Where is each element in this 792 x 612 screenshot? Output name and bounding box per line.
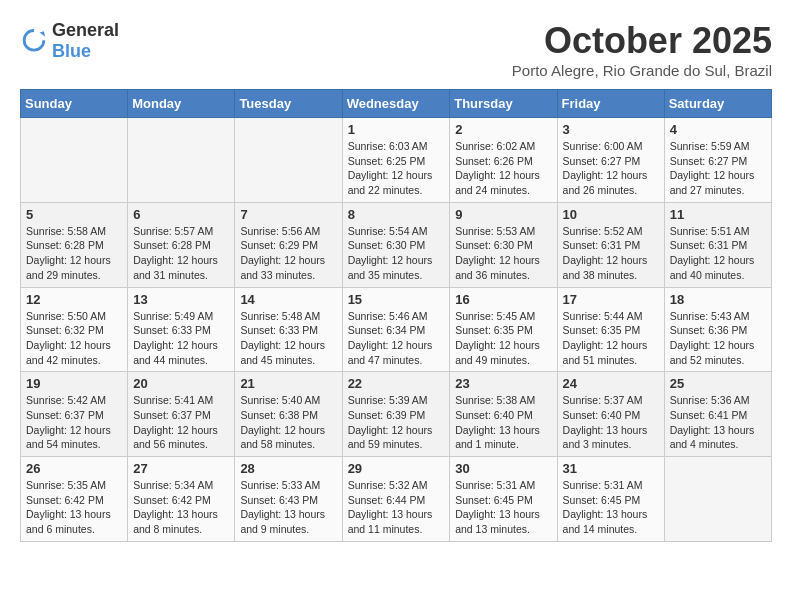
day-number: 4 — [670, 122, 766, 137]
day-number: 7 — [240, 207, 336, 222]
calendar-day-cell: 7Sunrise: 5:56 AM Sunset: 6:29 PM Daylig… — [235, 202, 342, 287]
day-number: 16 — [455, 292, 551, 307]
day-info: Sunrise: 5:34 AM Sunset: 6:42 PM Dayligh… — [133, 478, 229, 537]
day-number: 6 — [133, 207, 229, 222]
day-number: 3 — [563, 122, 659, 137]
calendar-day-cell: 22Sunrise: 5:39 AM Sunset: 6:39 PM Dayli… — [342, 372, 450, 457]
calendar-day-cell: 24Sunrise: 5:37 AM Sunset: 6:40 PM Dayli… — [557, 372, 664, 457]
page-header: General Blue October 2025 Porto Alegre, … — [20, 20, 772, 79]
calendar-day-cell: 18Sunrise: 5:43 AM Sunset: 6:36 PM Dayli… — [664, 287, 771, 372]
calendar-day-cell: 3Sunrise: 6:00 AM Sunset: 6:27 PM Daylig… — [557, 118, 664, 203]
calendar-empty-cell — [21, 118, 128, 203]
calendar-day-cell: 8Sunrise: 5:54 AM Sunset: 6:30 PM Daylig… — [342, 202, 450, 287]
day-number: 24 — [563, 376, 659, 391]
logo-icon — [20, 27, 48, 55]
day-number: 28 — [240, 461, 336, 476]
day-info: Sunrise: 5:50 AM Sunset: 6:32 PM Dayligh… — [26, 309, 122, 368]
calendar-day-cell: 21Sunrise: 5:40 AM Sunset: 6:38 PM Dayli… — [235, 372, 342, 457]
day-info: Sunrise: 5:38 AM Sunset: 6:40 PM Dayligh… — [455, 393, 551, 452]
calendar-day-cell: 4Sunrise: 5:59 AM Sunset: 6:27 PM Daylig… — [664, 118, 771, 203]
day-info: Sunrise: 5:40 AM Sunset: 6:38 PM Dayligh… — [240, 393, 336, 452]
day-number: 18 — [670, 292, 766, 307]
day-number: 10 — [563, 207, 659, 222]
calendar-day-cell: 31Sunrise: 5:31 AM Sunset: 6:45 PM Dayli… — [557, 457, 664, 542]
calendar-empty-cell — [235, 118, 342, 203]
day-number: 27 — [133, 461, 229, 476]
calendar-day-cell: 27Sunrise: 5:34 AM Sunset: 6:42 PM Dayli… — [128, 457, 235, 542]
day-info: Sunrise: 5:37 AM Sunset: 6:40 PM Dayligh… — [563, 393, 659, 452]
day-info: Sunrise: 5:53 AM Sunset: 6:30 PM Dayligh… — [455, 224, 551, 283]
calendar-header-row: SundayMondayTuesdayWednesdayThursdayFrid… — [21, 90, 772, 118]
day-info: Sunrise: 5:49 AM Sunset: 6:33 PM Dayligh… — [133, 309, 229, 368]
calendar-day-cell: 1Sunrise: 6:03 AM Sunset: 6:25 PM Daylig… — [342, 118, 450, 203]
calendar-day-cell: 19Sunrise: 5:42 AM Sunset: 6:37 PM Dayli… — [21, 372, 128, 457]
calendar-day-cell: 30Sunrise: 5:31 AM Sunset: 6:45 PM Dayli… — [450, 457, 557, 542]
day-info: Sunrise: 6:00 AM Sunset: 6:27 PM Dayligh… — [563, 139, 659, 198]
calendar-day-cell: 6Sunrise: 5:57 AM Sunset: 6:28 PM Daylig… — [128, 202, 235, 287]
day-number: 13 — [133, 292, 229, 307]
day-info: Sunrise: 5:57 AM Sunset: 6:28 PM Dayligh… — [133, 224, 229, 283]
weekday-header-sunday: Sunday — [21, 90, 128, 118]
day-number: 31 — [563, 461, 659, 476]
weekday-header-tuesday: Tuesday — [235, 90, 342, 118]
day-info: Sunrise: 6:03 AM Sunset: 6:25 PM Dayligh… — [348, 139, 445, 198]
calendar-day-cell: 10Sunrise: 5:52 AM Sunset: 6:31 PM Dayli… — [557, 202, 664, 287]
calendar-day-cell: 12Sunrise: 5:50 AM Sunset: 6:32 PM Dayli… — [21, 287, 128, 372]
day-number: 22 — [348, 376, 445, 391]
day-number: 12 — [26, 292, 122, 307]
day-info: Sunrise: 5:31 AM Sunset: 6:45 PM Dayligh… — [455, 478, 551, 537]
calendar-day-cell: 28Sunrise: 5:33 AM Sunset: 6:43 PM Dayli… — [235, 457, 342, 542]
day-info: Sunrise: 5:54 AM Sunset: 6:30 PM Dayligh… — [348, 224, 445, 283]
weekday-header-monday: Monday — [128, 90, 235, 118]
logo-general: General — [52, 20, 119, 40]
calendar-week-row: 12Sunrise: 5:50 AM Sunset: 6:32 PM Dayli… — [21, 287, 772, 372]
day-number: 26 — [26, 461, 122, 476]
day-info: Sunrise: 6:02 AM Sunset: 6:26 PM Dayligh… — [455, 139, 551, 198]
calendar-week-row: 5Sunrise: 5:58 AM Sunset: 6:28 PM Daylig… — [21, 202, 772, 287]
calendar-day-cell: 20Sunrise: 5:41 AM Sunset: 6:37 PM Dayli… — [128, 372, 235, 457]
calendar-table: SundayMondayTuesdayWednesdayThursdayFrid… — [20, 89, 772, 542]
day-info: Sunrise: 5:41 AM Sunset: 6:37 PM Dayligh… — [133, 393, 229, 452]
day-info: Sunrise: 5:36 AM Sunset: 6:41 PM Dayligh… — [670, 393, 766, 452]
weekday-header-friday: Friday — [557, 90, 664, 118]
calendar-day-cell: 26Sunrise: 5:35 AM Sunset: 6:42 PM Dayli… — [21, 457, 128, 542]
day-info: Sunrise: 5:45 AM Sunset: 6:35 PM Dayligh… — [455, 309, 551, 368]
weekday-header-thursday: Thursday — [450, 90, 557, 118]
day-info: Sunrise: 5:46 AM Sunset: 6:34 PM Dayligh… — [348, 309, 445, 368]
title-section: October 2025 Porto Alegre, Rio Grande do… — [512, 20, 772, 79]
calendar-day-cell: 15Sunrise: 5:46 AM Sunset: 6:34 PM Dayli… — [342, 287, 450, 372]
day-info: Sunrise: 5:32 AM Sunset: 6:44 PM Dayligh… — [348, 478, 445, 537]
day-number: 5 — [26, 207, 122, 222]
calendar-day-cell: 5Sunrise: 5:58 AM Sunset: 6:28 PM Daylig… — [21, 202, 128, 287]
day-number: 19 — [26, 376, 122, 391]
day-info: Sunrise: 5:51 AM Sunset: 6:31 PM Dayligh… — [670, 224, 766, 283]
day-info: Sunrise: 5:52 AM Sunset: 6:31 PM Dayligh… — [563, 224, 659, 283]
calendar-day-cell: 14Sunrise: 5:48 AM Sunset: 6:33 PM Dayli… — [235, 287, 342, 372]
day-number: 9 — [455, 207, 551, 222]
calendar-day-cell: 2Sunrise: 6:02 AM Sunset: 6:26 PM Daylig… — [450, 118, 557, 203]
day-info: Sunrise: 5:31 AM Sunset: 6:45 PM Dayligh… — [563, 478, 659, 537]
logo: General Blue — [20, 20, 119, 62]
calendar-day-cell: 9Sunrise: 5:53 AM Sunset: 6:30 PM Daylig… — [450, 202, 557, 287]
day-number: 1 — [348, 122, 445, 137]
day-number: 20 — [133, 376, 229, 391]
logo-blue: Blue — [52, 41, 91, 61]
calendar-day-cell: 23Sunrise: 5:38 AM Sunset: 6:40 PM Dayli… — [450, 372, 557, 457]
day-info: Sunrise: 5:43 AM Sunset: 6:36 PM Dayligh… — [670, 309, 766, 368]
day-info: Sunrise: 5:35 AM Sunset: 6:42 PM Dayligh… — [26, 478, 122, 537]
day-info: Sunrise: 5:44 AM Sunset: 6:35 PM Dayligh… — [563, 309, 659, 368]
calendar-day-cell: 13Sunrise: 5:49 AM Sunset: 6:33 PM Dayli… — [128, 287, 235, 372]
calendar-day-cell: 16Sunrise: 5:45 AM Sunset: 6:35 PM Dayli… — [450, 287, 557, 372]
day-number: 14 — [240, 292, 336, 307]
day-info: Sunrise: 5:56 AM Sunset: 6:29 PM Dayligh… — [240, 224, 336, 283]
calendar-week-row: 19Sunrise: 5:42 AM Sunset: 6:37 PM Dayli… — [21, 372, 772, 457]
logo-text: General Blue — [52, 20, 119, 62]
location-subtitle: Porto Alegre, Rio Grande do Sul, Brazil — [512, 62, 772, 79]
calendar-day-cell: 17Sunrise: 5:44 AM Sunset: 6:35 PM Dayli… — [557, 287, 664, 372]
day-number: 21 — [240, 376, 336, 391]
weekday-header-wednesday: Wednesday — [342, 90, 450, 118]
weekday-header-saturday: Saturday — [664, 90, 771, 118]
day-number: 17 — [563, 292, 659, 307]
day-number: 11 — [670, 207, 766, 222]
day-info: Sunrise: 5:39 AM Sunset: 6:39 PM Dayligh… — [348, 393, 445, 452]
